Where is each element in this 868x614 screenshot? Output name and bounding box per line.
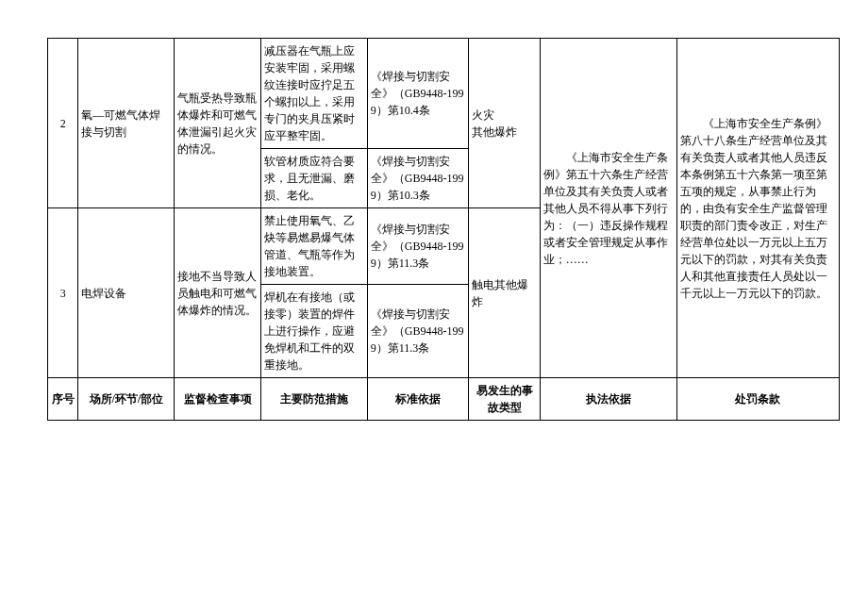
cell-standard: 《焊接与切割安全》（GB9448-1999）第10.3条 xyxy=(367,149,469,208)
cell-place: 电焊设备 xyxy=(78,208,175,378)
cell-penalty: 《上海市安全生产条例》第八十八条生产经营单位及其有关负责人或者其他人员违反本条例… xyxy=(676,39,839,378)
header-penalty: 处罚条款 xyxy=(676,378,839,421)
cell-standard: 《焊接与切割安全》（GB9448-1999）第11.3条 xyxy=(367,285,469,378)
cell-inspection: 接地不当导致人员触电和可燃气体爆炸的情况。 xyxy=(175,208,260,378)
header-inspection: 监督检查事项 xyxy=(175,378,260,421)
cell-law-basis: 《上海市安全生产条例》第五十六条生产经营单位及其有关负责人或者其他人员不得从事下… xyxy=(540,39,676,378)
cell-measure: 减压器在气瓶上应安装牢固，采用螺纹连接时应拧足五个螺扣以上，采用专门的夹具压紧时… xyxy=(260,39,367,149)
cell-accident: 触电其他爆炸 xyxy=(469,208,540,378)
regulation-table: 2 氧—可燃气体焊接与切割 气瓶受热导致瓶体爆炸和可燃气体泄漏引起火灾的情况。 … xyxy=(47,38,840,421)
cell-measure: 软管材质应符合要求，且无泄漏、磨损、老化。 xyxy=(260,149,367,208)
table-header-row: 序号 场所/环节/部位 监督检查事项 主要防范措施 标准依据 易发生的事故类型 … xyxy=(48,378,840,421)
cell-accident: 火灾 其他爆炸 xyxy=(469,39,540,208)
header-law: 执法依据 xyxy=(540,378,676,421)
header-num: 序号 xyxy=(48,378,78,421)
header-measure: 主要防范措施 xyxy=(260,378,367,421)
cell-standard: 《焊接与切割安全》（GB9448-1999）第11.3条 xyxy=(367,208,469,285)
document-page: 2 氧—可燃气体焊接与切割 气瓶受热导致瓶体爆炸和可燃气体泄漏引起火灾的情况。 … xyxy=(0,0,868,614)
cell-inspection: 气瓶受热导致瓶体爆炸和可燃气体泄漏引起火灾的情况。 xyxy=(175,39,260,208)
cell-measure: 焊机在有接地（或接零）装置的焊件上进行操作，应避免焊机和工件的双重接地。 xyxy=(260,285,367,378)
cell-place: 氧—可燃气体焊接与切割 xyxy=(78,39,175,208)
cell-num: 2 xyxy=(48,39,78,208)
header-accident: 易发生的事故类型 xyxy=(469,378,540,421)
header-place: 场所/环节/部位 xyxy=(78,378,175,421)
cell-measure: 禁止使用氧气、乙炔等易燃易爆气体管道、气瓶等作为接地装置。 xyxy=(260,208,367,285)
cell-num: 3 xyxy=(48,208,78,378)
cell-standard: 《焊接与切割安全》（GB9448-1999）第10.4条 xyxy=(367,39,469,149)
table-row: 2 氧—可燃气体焊接与切割 气瓶受热导致瓶体爆炸和可燃气体泄漏引起火灾的情况。 … xyxy=(48,39,840,149)
header-standard: 标准依据 xyxy=(367,378,469,421)
